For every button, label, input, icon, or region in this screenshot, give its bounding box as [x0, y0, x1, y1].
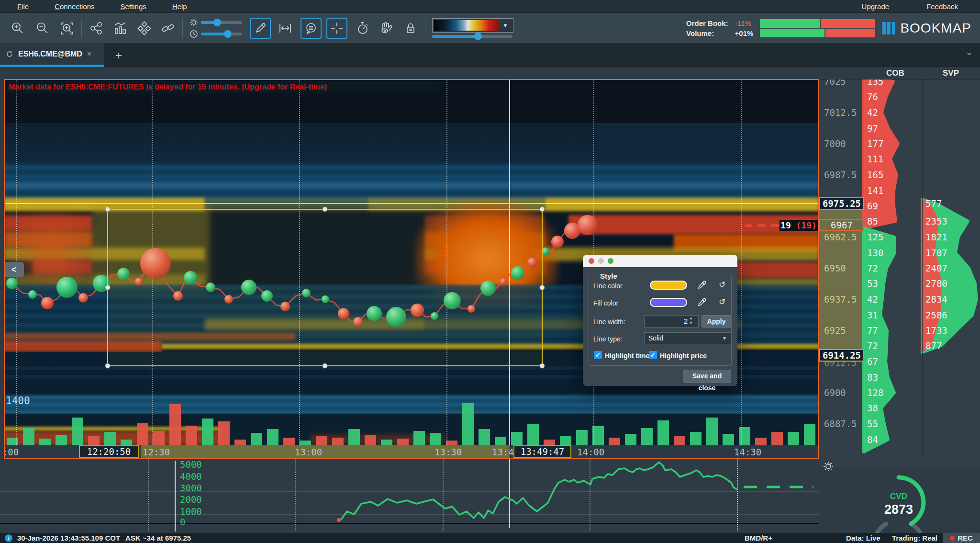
- price-label: 6925: [824, 325, 846, 336]
- order-book-label: Order Book:: [686, 18, 728, 28]
- crosshair-icon[interactable]: [326, 18, 347, 39]
- tabbar-chevron-icon[interactable]: ⌄: [965, 46, 973, 57]
- eyedropper-icon[interactable]: [698, 281, 706, 291]
- line-type-select[interactable]: Solid ▼: [644, 332, 731, 344]
- annotation-icon[interactable]: [301, 18, 322, 39]
- diamonds-icon[interactable]: [134, 18, 155, 39]
- dialog-titlebar[interactable]: [583, 255, 737, 267]
- highlight-price-label: Highlight price: [660, 352, 707, 360]
- volume-bar: [169, 404, 181, 445]
- volume-bar: [462, 403, 474, 445]
- heatmap-palette[interactable]: ▼: [432, 18, 513, 33]
- info-icon[interactable]: i: [5, 534, 12, 542]
- cob-value: 72: [867, 340, 878, 351]
- cob-value: 128: [867, 387, 883, 398]
- collapse-left-panel-button[interactable]: <: [4, 262, 24, 277]
- volume-bar: [576, 430, 588, 445]
- cob-value: 125: [867, 232, 883, 242]
- menu-help[interactable]: Help: [169, 2, 190, 11]
- highlight-price-checkbox[interactable]: ✓: [649, 351, 657, 359]
- svp-value: 577: [925, 198, 942, 209]
- fill-color-swatch[interactable]: [650, 298, 687, 307]
- new-tab-button[interactable]: +: [109, 47, 128, 64]
- volume-bar: [104, 432, 116, 445]
- svp-value: 2780: [925, 278, 947, 289]
- lock-icon[interactable]: [400, 18, 421, 39]
- delayed-data-warning: Market data for ESH6:CME:FUTURES is dela…: [5, 81, 439, 93]
- volume-bar: [267, 429, 278, 445]
- dialog-close-icon[interactable]: [589, 258, 594, 264]
- volume-bar: [88, 436, 100, 445]
- time-axis[interactable]: 12:0012:3013:0013:3013:4514:0014:30 12:2…: [4, 445, 819, 459]
- volume-bar: [544, 440, 555, 445]
- volume-bar: [430, 433, 441, 445]
- time-label: 13:00: [295, 447, 322, 457]
- cob-value: 135: [867, 79, 883, 87]
- cvd-gauge-label: CVD: [819, 492, 978, 501]
- menu-file[interactable]: File: [14, 2, 32, 11]
- share-icon[interactable]: [86, 18, 107, 39]
- link-icon[interactable]: [157, 18, 178, 39]
- line-type-value: Solid: [648, 334, 663, 342]
- menu-feedback[interactable]: Feedback: [924, 2, 961, 11]
- volume-label: Volume:: [686, 28, 728, 38]
- line-type-label: Line type:: [593, 335, 623, 343]
- menubar: File Connections Settings Help Upgrade F…: [0, 0, 980, 13]
- pencil-icon[interactable]: [250, 18, 271, 39]
- zoom-region-icon[interactable]: [56, 18, 78, 39]
- measure-start-time-box: 12:20:50: [79, 445, 139, 458]
- cob-value: 38: [867, 403, 878, 413]
- volume-bar: [397, 439, 409, 445]
- volume-bar: [771, 432, 783, 445]
- line-color-swatch[interactable]: [650, 281, 687, 290]
- cob-value: 69: [867, 201, 878, 211]
- orderbook-bars: [760, 18, 875, 38]
- price-axis-panel[interactable]: 70257012.570006987.56962.569506937.56925…: [819, 79, 980, 457]
- palette-gradient: [434, 20, 499, 31]
- menu-settings[interactable]: Settings: [118, 2, 149, 11]
- status-timestamp: 30-Jan-2026 13:43:55.109 COT: [17, 534, 120, 542]
- cob-value: 177: [867, 138, 883, 149]
- palette-dropdown-icon[interactable]: ▼: [499, 23, 512, 28]
- brightness-slider[interactable]: [201, 21, 242, 24]
- dialog-minimize-icon[interactable]: [598, 258, 604, 264]
- price-axis-footer: ⌄: [819, 457, 980, 467]
- chart-stats-icon[interactable]: [110, 18, 131, 39]
- fit-width-icon[interactable]: [275, 18, 296, 39]
- apply-button[interactable]: Apply: [702, 315, 731, 328]
- reset-line-color-icon[interactable]: ↺: [719, 280, 725, 290]
- highlight-time-checkbox[interactable]: ✓: [594, 351, 602, 359]
- eyedropper-icon[interactable]: [698, 298, 706, 308]
- menu-upgrade[interactable]: Upgrade: [859, 2, 892, 11]
- palette-intensity-slider[interactable]: [432, 35, 512, 38]
- stopwatch-icon[interactable]: [352, 18, 373, 39]
- cvd-axis-label: 1000: [180, 506, 202, 517]
- tab-label: ESH6.CME@BMD: [18, 50, 82, 58]
- price-label: 6937.5: [824, 294, 857, 305]
- cob-value: 67: [867, 356, 878, 367]
- cob-value: 111: [867, 154, 883, 164]
- zoom-out-icon[interactable]: [32, 18, 53, 39]
- cvd-axis-label: 4000: [180, 471, 202, 482]
- volume-bar: [413, 431, 425, 445]
- reset-fill-color-icon[interactable]: ↺: [719, 297, 725, 307]
- rec-indicator[interactable]: REC: [943, 533, 980, 543]
- tab-esh6[interactable]: ESH6.CME@BMD ×: [0, 43, 104, 67]
- dialog-maximize-icon[interactable]: [608, 258, 613, 264]
- cvd-axis-label: 2000: [180, 494, 202, 505]
- cvd-pane[interactable]: 500040003000200010000: [0, 459, 819, 534]
- time-smoothing-slider[interactable]: [201, 33, 242, 35]
- svp-value: 1821: [925, 232, 947, 242]
- status-ask: ASK ~34 at 6975.25: [125, 534, 191, 542]
- svp-value: 1707: [925, 248, 947, 258]
- spinner-icon[interactable]: ▲▼: [689, 316, 693, 326]
- status-trading-mode: Trading: Real: [892, 534, 937, 542]
- price-label: 6887.5: [824, 419, 857, 429]
- save-and-close-button[interactable]: Save and close: [683, 370, 731, 383]
- hand-eye-icon[interactable]: [376, 18, 397, 39]
- menu-connections[interactable]: Connections: [52, 2, 97, 11]
- zoom-in-icon[interactable]: [7, 18, 28, 39]
- tab-close-icon[interactable]: ×: [87, 50, 91, 58]
- time-label: 12:30: [143, 447, 170, 457]
- volume-bar: [365, 435, 376, 445]
